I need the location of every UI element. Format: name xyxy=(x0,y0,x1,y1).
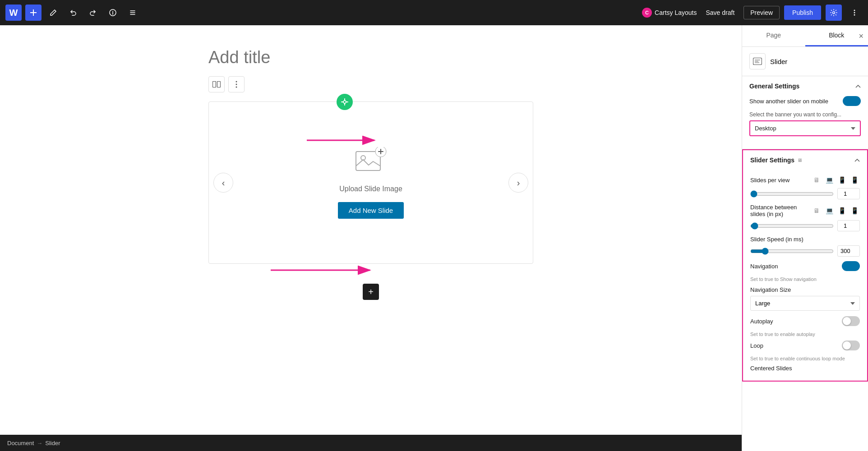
desktop-select[interactable]: Desktop Mobile Tablet xyxy=(749,120,861,136)
slides-per-view-input[interactable] xyxy=(837,188,860,199)
autoplay-toggle[interactable] xyxy=(842,316,860,326)
slider-prev-button[interactable]: ‹ xyxy=(213,173,233,193)
redo-button[interactable] xyxy=(85,5,101,21)
navigation-toggle[interactable] xyxy=(842,261,860,271)
add-block-toolbar-button[interactable] xyxy=(25,5,42,21)
sidebar-tabs: Page Block × xyxy=(742,25,868,47)
block-info: Slider xyxy=(742,47,868,76)
slides-per-view-header: Slides per view 🖥 💻 📱 📱 xyxy=(750,175,860,185)
navigation-label: Navigation xyxy=(750,263,778,270)
more-options-button[interactable] xyxy=(846,5,863,21)
navigation-sub-label: Set to true to Show navigation xyxy=(750,276,860,282)
laptop-icon-2[interactable]: 💻 xyxy=(824,205,835,216)
slider-settings-section: Slider Settings 🖥 Slides per view 🖥 💻 📱 … xyxy=(742,149,868,382)
nav-size-select[interactable]: Small Medium Large Extra Large xyxy=(750,296,860,311)
loop-sub-label: Set to true to enable continuous loop mo… xyxy=(750,356,860,361)
slider-settings-header[interactable]: Slider Settings 🖥 xyxy=(743,150,867,170)
select-banner-label: Select the banner you want to config... xyxy=(749,111,861,118)
settings-button[interactable] xyxy=(826,5,842,21)
general-settings-header[interactable]: General Settings xyxy=(742,76,868,96)
svg-point-7 xyxy=(236,81,237,83)
centered-slides-row: Centered Slides xyxy=(750,365,860,373)
desktop-select-wrapper: Desktop Mobile Tablet xyxy=(749,120,861,142)
breadcrumb-slider[interactable]: Slider xyxy=(45,440,60,446)
sidebar-close-button[interactable]: × xyxy=(859,31,863,41)
svg-point-3 xyxy=(854,12,855,14)
save-draft-button[interactable]: Save draft xyxy=(701,6,739,19)
undo-button[interactable] xyxy=(65,5,81,21)
desktop-icon[interactable]: 🖥 xyxy=(811,175,822,185)
svg-point-1 xyxy=(833,12,835,14)
breadcrumb-document[interactable]: Document xyxy=(7,440,34,446)
distance-header: Distance between slides (in px) 🖥 💻 📱 📱 xyxy=(750,204,860,217)
add-block-button[interactable]: + xyxy=(363,284,379,300)
add-new-slide-button[interactable]: Add New Slide xyxy=(338,202,404,219)
toolbar-left: W xyxy=(5,5,638,21)
svg-point-8 xyxy=(236,84,237,85)
loop-toggle-row: Loop xyxy=(750,341,860,350)
slides-per-view-slider[interactable] xyxy=(750,190,834,198)
cartsy-layouts-link[interactable]: C Cartsy Layouts xyxy=(642,8,697,18)
nav-size-label: Navigation Size xyxy=(750,286,791,293)
svg-rect-6 xyxy=(217,82,221,87)
list-view-button[interactable] xyxy=(125,5,141,21)
desktop-icon-2[interactable]: 🖥 xyxy=(811,205,822,216)
slider-settings-badge: 🖥 xyxy=(797,157,802,163)
slides-device-icons: 🖥 💻 📱 📱 xyxy=(811,175,860,185)
distance-device-icons: 🖥 💻 📱 📱 xyxy=(811,205,860,216)
svg-point-4 xyxy=(854,14,855,16)
cartsy-icon: C xyxy=(642,8,652,18)
tab-page[interactable]: Page xyxy=(742,25,805,46)
cartsy-label: Cartsy Layouts xyxy=(655,9,697,16)
mobile-icon-2[interactable]: 📱 xyxy=(849,205,860,216)
slides-per-view-label: Slides per view xyxy=(750,177,790,184)
block-icon xyxy=(749,53,766,69)
general-settings-body: Show another slider on mobile Select the… xyxy=(742,96,868,149)
distance-label: Distance between slides (in px) xyxy=(750,204,811,217)
autoplay-sub-label: Set to true to enable autoplay xyxy=(750,331,860,337)
mobile-icon[interactable]: 📱 xyxy=(849,175,860,185)
main-layout: ‹ Upload Slide Image Add New Slide xyxy=(0,25,868,451)
block-more-button[interactable] xyxy=(228,76,245,92)
show-slider-toggle[interactable] xyxy=(843,96,861,106)
svg-point-2 xyxy=(854,10,855,11)
loop-label: Loop xyxy=(750,342,763,349)
info-button[interactable] xyxy=(105,5,121,21)
toolbar-right: C Cartsy Layouts Save draft Preview Publ… xyxy=(642,5,863,21)
centered-slides-label: Centered Slides xyxy=(750,365,792,372)
plugin-icon xyxy=(337,94,353,110)
slider-next-button[interactable]: › xyxy=(508,173,528,193)
tablet-icon-2[interactable]: 📱 xyxy=(836,205,847,216)
speed-slider[interactable] xyxy=(750,248,834,255)
speed-header: Slider Speed (in ms) xyxy=(750,236,860,243)
chevron-up-icon xyxy=(855,84,861,88)
show-slider-label: Show another slider on mobile xyxy=(749,98,828,105)
loop-toggle[interactable] xyxy=(842,341,860,350)
speed-label: Slider Speed (in ms) xyxy=(750,236,803,243)
tablet-icon[interactable]: 📱 xyxy=(836,175,847,185)
distance-slider[interactable] xyxy=(750,222,834,230)
laptop-icon[interactable]: 💻 xyxy=(824,175,835,185)
slides-per-view-row xyxy=(750,188,860,199)
editor-content: ‹ Upload Slide Image Add New Slide xyxy=(190,43,551,309)
edit-tool-button[interactable] xyxy=(45,5,61,21)
preview-button[interactable]: Preview xyxy=(743,6,780,19)
distance-input[interactable] xyxy=(837,220,860,231)
wordpress-logo[interactable]: W xyxy=(5,5,22,21)
upload-icon xyxy=(355,147,387,176)
page-title-input[interactable] xyxy=(208,43,533,76)
toolbar: W C Cartsy Layouts Save draft Preview Pu… xyxy=(0,0,868,25)
autoplay-label: Autoplay xyxy=(750,318,773,325)
publish-button[interactable]: Publish xyxy=(784,5,821,20)
show-slider-toggle-row: Show another slider on mobile xyxy=(749,96,861,106)
block-type-button[interactable] xyxy=(208,76,225,92)
navigation-toggle-row: Navigation xyxy=(750,261,860,271)
block-controls xyxy=(208,76,533,92)
nav-size-header: Navigation Size xyxy=(750,286,860,293)
autoplay-toggle-row: Autoplay xyxy=(750,316,860,326)
speed-input[interactable] xyxy=(837,245,860,257)
general-settings-title: General Settings xyxy=(749,83,799,90)
slider-upload-area: Upload Slide Image Add New Slide xyxy=(320,120,422,246)
distance-row xyxy=(750,220,860,231)
speed-row xyxy=(750,245,860,257)
